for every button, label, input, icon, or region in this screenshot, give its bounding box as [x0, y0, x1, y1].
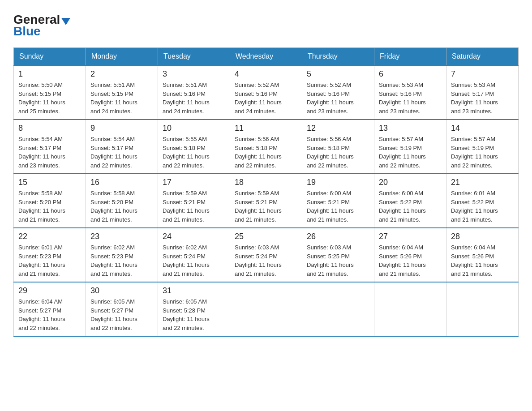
day-info: Sunrise: 6:03 AM Sunset: 5:24 PM Dayligh… [235, 243, 297, 278]
day-info: Sunrise: 5:51 AM Sunset: 5:16 PM Dayligh… [163, 81, 225, 116]
day-info: Sunrise: 6:03 AM Sunset: 5:25 PM Dayligh… [307, 243, 369, 278]
day-info: Sunrise: 5:54 AM Sunset: 5:17 PM Dayligh… [90, 135, 153, 170]
day-number: 12 [307, 124, 369, 133]
calendar-cell: 19 Sunrise: 6:00 AM Sunset: 5:21 PM Dayl… [302, 174, 374, 228]
calendar-cell: 3 Sunrise: 5:51 AM Sunset: 5:16 PM Dayli… [158, 65, 230, 120]
calendar-cell: 6 Sunrise: 5:53 AM Sunset: 5:16 PM Dayli… [374, 65, 446, 120]
calendar-cell: 1 Sunrise: 5:50 AM Sunset: 5:15 PM Dayli… [14, 65, 86, 120]
calendar-cell: 24 Sunrise: 6:02 AM Sunset: 5:24 PM Dayl… [158, 228, 230, 282]
day-number: 16 [90, 178, 153, 187]
day-info: Sunrise: 5:52 AM Sunset: 5:16 PM Dayligh… [307, 81, 369, 116]
day-info: Sunrise: 5:57 AM Sunset: 5:19 PM Dayligh… [451, 135, 514, 170]
weekday-header-tuesday: Tuesday [158, 48, 230, 66]
day-number: 8 [18, 124, 81, 133]
day-info: Sunrise: 5:58 AM Sunset: 5:20 PM Dayligh… [18, 189, 81, 224]
weekday-header-saturday: Saturday [446, 48, 519, 66]
day-number: 21 [451, 178, 514, 187]
calendar-cell: 9 Sunrise: 5:54 AM Sunset: 5:17 PM Dayli… [86, 120, 158, 174]
day-number: 23 [90, 232, 153, 241]
calendar-cell: 2 Sunrise: 5:51 AM Sunset: 5:15 PM Dayli… [86, 65, 158, 120]
day-number: 28 [451, 232, 514, 241]
calendar-cell: 22 Sunrise: 6:01 AM Sunset: 5:23 PM Dayl… [14, 228, 86, 282]
day-info: Sunrise: 5:51 AM Sunset: 5:15 PM Dayligh… [90, 81, 153, 116]
day-info: Sunrise: 6:00 AM Sunset: 5:22 PM Dayligh… [379, 189, 442, 224]
calendar-cell: 8 Sunrise: 5:54 AM Sunset: 5:17 PM Dayli… [14, 120, 86, 174]
calendar-cell [230, 282, 302, 336]
day-number: 26 [307, 232, 369, 241]
day-info: Sunrise: 5:50 AM Sunset: 5:15 PM Dayligh… [18, 81, 81, 116]
calendar-week-5: 29 Sunrise: 6:04 AM Sunset: 5:27 PM Dayl… [14, 282, 519, 336]
calendar-week-4: 22 Sunrise: 6:01 AM Sunset: 5:23 PM Dayl… [14, 228, 519, 282]
day-info: Sunrise: 5:55 AM Sunset: 5:18 PM Dayligh… [163, 135, 225, 170]
calendar-week-3: 15 Sunrise: 5:58 AM Sunset: 5:20 PM Dayl… [14, 174, 519, 228]
day-number: 1 [18, 69, 81, 79]
calendar-cell: 5 Sunrise: 5:52 AM Sunset: 5:16 PM Dayli… [302, 65, 374, 120]
day-number: 17 [163, 178, 225, 187]
logo: General Blue [13, 13, 70, 39]
day-info: Sunrise: 5:54 AM Sunset: 5:17 PM Dayligh… [18, 135, 81, 170]
day-number: 5 [307, 69, 369, 79]
calendar-header-row: SundayMondayTuesdayWednesdayThursdayFrid… [14, 48, 519, 66]
day-number: 13 [379, 124, 442, 133]
day-number: 18 [235, 178, 297, 187]
day-info: Sunrise: 5:57 AM Sunset: 5:19 PM Dayligh… [379, 135, 442, 170]
weekday-header-monday: Monday [86, 48, 158, 66]
page-header: General Blue [13, 13, 519, 39]
day-info: Sunrise: 6:01 AM Sunset: 5:22 PM Dayligh… [451, 189, 514, 224]
day-number: 7 [451, 69, 514, 79]
day-number: 9 [90, 124, 153, 133]
day-info: Sunrise: 5:59 AM Sunset: 5:21 PM Dayligh… [163, 189, 225, 224]
day-number: 30 [90, 286, 153, 295]
calendar-cell: 28 Sunrise: 6:04 AM Sunset: 5:26 PM Dayl… [446, 228, 519, 282]
day-number: 20 [379, 178, 442, 187]
day-info: Sunrise: 5:59 AM Sunset: 5:21 PM Dayligh… [235, 189, 297, 224]
calendar-cell: 29 Sunrise: 6:04 AM Sunset: 5:27 PM Dayl… [14, 282, 86, 336]
day-number: 14 [451, 124, 514, 133]
calendar-cell: 15 Sunrise: 5:58 AM Sunset: 5:20 PM Dayl… [14, 174, 86, 228]
day-info: Sunrise: 6:00 AM Sunset: 5:21 PM Dayligh… [307, 189, 369, 224]
day-number: 24 [163, 232, 225, 241]
calendar-cell: 10 Sunrise: 5:55 AM Sunset: 5:18 PM Dayl… [158, 120, 230, 174]
weekday-header-friday: Friday [374, 48, 446, 66]
calendar-cell: 17 Sunrise: 5:59 AM Sunset: 5:21 PM Dayl… [158, 174, 230, 228]
day-info: Sunrise: 5:53 AM Sunset: 5:17 PM Dayligh… [451, 81, 514, 116]
calendar-cell: 20 Sunrise: 6:00 AM Sunset: 5:22 PM Dayl… [374, 174, 446, 228]
day-info: Sunrise: 5:56 AM Sunset: 5:18 PM Dayligh… [307, 135, 369, 170]
calendar-cell: 26 Sunrise: 6:03 AM Sunset: 5:25 PM Dayl… [302, 228, 374, 282]
calendar-cell: 30 Sunrise: 6:05 AM Sunset: 5:27 PM Dayl… [86, 282, 158, 336]
calendar-cell: 16 Sunrise: 5:58 AM Sunset: 5:20 PM Dayl… [86, 174, 158, 228]
calendar-cell [446, 282, 519, 336]
calendar-cell: 18 Sunrise: 5:59 AM Sunset: 5:21 PM Dayl… [230, 174, 302, 228]
calendar-cell [302, 282, 374, 336]
calendar-cell: 27 Sunrise: 6:04 AM Sunset: 5:26 PM Dayl… [374, 228, 446, 282]
day-info: Sunrise: 6:04 AM Sunset: 5:26 PM Dayligh… [379, 243, 442, 278]
logo-blue: Blue [13, 24, 41, 39]
calendar-cell: 7 Sunrise: 5:53 AM Sunset: 5:17 PM Dayli… [446, 65, 519, 120]
day-number: 19 [307, 178, 369, 187]
day-number: 3 [163, 69, 225, 79]
day-info: Sunrise: 5:53 AM Sunset: 5:16 PM Dayligh… [379, 81, 442, 116]
day-info: Sunrise: 5:58 AM Sunset: 5:20 PM Dayligh… [90, 189, 153, 224]
calendar-cell: 31 Sunrise: 6:05 AM Sunset: 5:28 PM Dayl… [158, 282, 230, 336]
day-number: 27 [379, 232, 442, 241]
calendar-table: SundayMondayTuesdayWednesdayThursdayFrid… [13, 47, 519, 337]
calendar-cell [374, 282, 446, 336]
calendar-cell: 14 Sunrise: 5:57 AM Sunset: 5:19 PM Dayl… [446, 120, 519, 174]
weekday-header-thursday: Thursday [302, 48, 374, 66]
weekday-header-sunday: Sunday [14, 48, 86, 66]
day-number: 31 [163, 286, 225, 295]
day-info: Sunrise: 6:01 AM Sunset: 5:23 PM Dayligh… [18, 243, 81, 278]
day-number: 29 [18, 286, 81, 295]
day-info: Sunrise: 6:05 AM Sunset: 5:27 PM Dayligh… [90, 297, 153, 332]
calendar-cell: 12 Sunrise: 5:56 AM Sunset: 5:18 PM Dayl… [302, 120, 374, 174]
calendar-cell: 21 Sunrise: 6:01 AM Sunset: 5:22 PM Dayl… [446, 174, 519, 228]
day-info: Sunrise: 6:02 AM Sunset: 5:23 PM Dayligh… [90, 243, 153, 278]
logo-triangle-icon [61, 18, 70, 25]
day-info: Sunrise: 5:52 AM Sunset: 5:16 PM Dayligh… [235, 81, 297, 116]
day-info: Sunrise: 5:56 AM Sunset: 5:18 PM Dayligh… [235, 135, 297, 170]
calendar-week-1: 1 Sunrise: 5:50 AM Sunset: 5:15 PM Dayli… [14, 65, 519, 120]
calendar-cell: 25 Sunrise: 6:03 AM Sunset: 5:24 PM Dayl… [230, 228, 302, 282]
day-number: 2 [90, 69, 153, 79]
day-number: 15 [18, 178, 81, 187]
weekday-header-wednesday: Wednesday [230, 48, 302, 66]
